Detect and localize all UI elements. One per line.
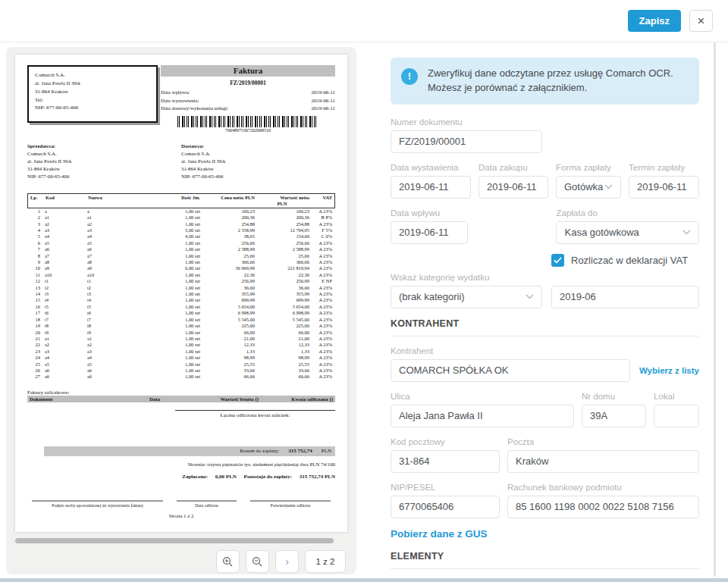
invoice-item-cell: 2 [30, 214, 45, 221]
receipt-date-input[interactable] [391, 221, 468, 244]
invoice-item-cell: 1,00 szt [156, 342, 200, 348]
issue-date-input[interactable] [391, 176, 471, 199]
invoice-item-cell: 5 545,00 [200, 317, 255, 323]
invoice-item-cell: 12 [30, 278, 45, 284]
period-input[interactable] [551, 286, 699, 308]
invoice-item-cell: t8 [45, 323, 87, 329]
pay-to-select[interactable]: Kasa gotówkowa [556, 221, 699, 244]
invoice-item-row: 17t6t61,00 szt6 998,996 998,99A 23% [27, 310, 335, 316]
party-line: 31-864 Kraków [181, 165, 335, 173]
invoice-item-cell: a8 [87, 259, 156, 265]
gus-link[interactable]: Pobierz dane z GUS [391, 528, 488, 540]
invoice-item-cell: a1 [87, 336, 156, 342]
invoice-item-row: 8a7a71,00 szt25,6625,66A 23% [27, 253, 335, 259]
close-button[interactable]: × [689, 10, 713, 32]
invoice-item-cell: 19 [30, 323, 45, 329]
invoice-item-cell: 6,00 szt [156, 265, 200, 271]
meta-label: Data wystawienia: [161, 97, 199, 105]
invoice-meta-row: Data dostawy/wykonania usługi:2019-06-11 [161, 105, 335, 113]
check-icon [554, 257, 562, 264]
invoice-item-row: 20t9t91,00 szt66,0066,00A 23% [27, 330, 335, 336]
invoice-item-cell: t5 [45, 304, 87, 310]
choose-from-list-link[interactable]: Wybierz z listy [639, 366, 699, 375]
invoice-item-cell: a5 [45, 361, 87, 368]
expense-category-select[interactable]: (brak kategorii) [391, 286, 542, 308]
invoice-item-row: 1aa1,00 szt100,23100,23A 23% [27, 208, 335, 214]
post-office-label: Poczta [507, 437, 699, 446]
invoice-item-cell: 14 [30, 291, 45, 297]
invoice-item-cell: 1,00 szt [156, 246, 200, 252]
invoice-item-cell: 16 [30, 304, 45, 310]
house-number-input[interactable] [582, 405, 646, 427]
invoice-item-cell: A 23% [309, 291, 332, 297]
invoice-item-cell: 366,66 [200, 259, 255, 265]
invoice-item-cell: 1,00 szt [156, 240, 200, 246]
invoice-item-cell: 33,66 [200, 368, 255, 374]
invoice-item-cell: a5 [87, 361, 156, 368]
invoice-item-cell: 4 [30, 227, 45, 233]
invoice-item-cell: 66,00 [200, 330, 255, 336]
invoice-item-cell: E NP [309, 278, 332, 284]
invoice-item-cell: t4 [45, 297, 87, 303]
zoom-in-button[interactable] [216, 550, 240, 573]
col-nazwa: Nazwa [88, 195, 156, 207]
vertical-scrollbar[interactable] [714, 42, 716, 577]
invoice-item-cell: 7 [30, 246, 45, 252]
post-office-input[interactable] [507, 450, 699, 473]
invoice-items-header: Lp. Kod Nazwa Ilość Jm. Cena netto PLN W… [27, 193, 335, 208]
invoice-item-cell: 1,00 szt [156, 285, 200, 291]
barcode-number: 70048975367202668510 [161, 128, 335, 133]
payment-form-select[interactable]: Gotówka [556, 176, 621, 199]
invoice-supplier-box: Comarch S.A.al. Jana Pawła II 39A31-864 … [27, 65, 158, 123]
purchase-date-input[interactable] [479, 176, 548, 199]
advance-invoices-label: Faktury zaliczkowe: [27, 390, 335, 395]
invoice-item-cell: 1,00 szt [156, 291, 200, 297]
next-page-button[interactable]: › [275, 550, 299, 573]
save-button[interactable]: Zapisz [628, 10, 681, 32]
invoice-item-cell: A 23% [309, 342, 332, 348]
invoice-item-row: 6a5a51,00 szt256,66256,66A 23% [27, 240, 335, 246]
street-input[interactable] [391, 405, 574, 427]
invoice-item-cell: 1,00 szt [156, 368, 200, 374]
invoice-item-cell: a4 [45, 355, 87, 361]
invoice-item-cell: A 23% [309, 368, 332, 374]
invoice-item-cell: 23 [30, 349, 45, 355]
invoice-item-cell: 1,00 szt [156, 317, 200, 323]
postal-code-input[interactable] [391, 450, 500, 473]
invoice-item-cell: t6 [45, 310, 87, 316]
invoice-item-cell: 25,66 [200, 253, 255, 259]
supplier-line: NIP: 677-00-65-406 [35, 104, 150, 112]
invoice-item-cell: a3 [87, 227, 156, 233]
receipt-date-label: Data wpływu [391, 208, 468, 217]
contractor-input[interactable] [391, 359, 630, 382]
invoice-item-cell: B 8% [309, 214, 332, 221]
horizontal-scrollbar[interactable] [15, 538, 334, 543]
invoice-item-cell: 1,00 szt [156, 208, 200, 214]
invoice-item-cell: t2 [87, 285, 156, 291]
supplier-line: Comarch S.A. [35, 71, 150, 80]
zoom-out-button[interactable] [246, 550, 269, 573]
invoice-item-cell: A 23% [309, 221, 332, 227]
invoice-item-cell: 1,00 szt [156, 278, 200, 284]
chevron-right-icon: › [285, 555, 289, 568]
bank-account-input[interactable] [507, 496, 699, 518]
invoice-item-row: 11a10a101,00 szt22,3622,36A 23% [27, 272, 335, 278]
invoice-items-table: Lp. Kod Nazwa Ilość Jm. Cena netto PLN W… [27, 193, 335, 380]
signature-line: Data odbioru [177, 500, 237, 508]
invoice-item-cell: t1 [45, 278, 87, 284]
invoice-item-row: 24a4a41,00 szt98,9998,99A 23% [27, 355, 335, 361]
invoice-item-cell: 100,23 [200, 208, 255, 214]
invoice-meta-rows: Data wpływu:2019-06-11Data wystawienia:2… [161, 89, 335, 113]
invoice-item-cell: a3 [45, 349, 87, 355]
invoice-item-cell: 256,99 [255, 278, 309, 284]
invoice-item-cell: 36,60 [255, 285, 309, 291]
vat-declaration-checkbox[interactable] [551, 254, 564, 267]
invoice-item-cell: a7 [45, 253, 87, 259]
unit-input[interactable] [654, 405, 699, 427]
payment-due-input[interactable] [629, 176, 699, 199]
nip-input[interactable] [391, 496, 500, 518]
invoice-seller-block: Sprzedawca:Comarch S.A.al. Jana Pawła II… [27, 142, 181, 181]
invoice-item-cell: A 23% [309, 265, 332, 271]
document-number-input[interactable] [391, 130, 542, 153]
invoice-item-cell: 15 [30, 297, 45, 303]
